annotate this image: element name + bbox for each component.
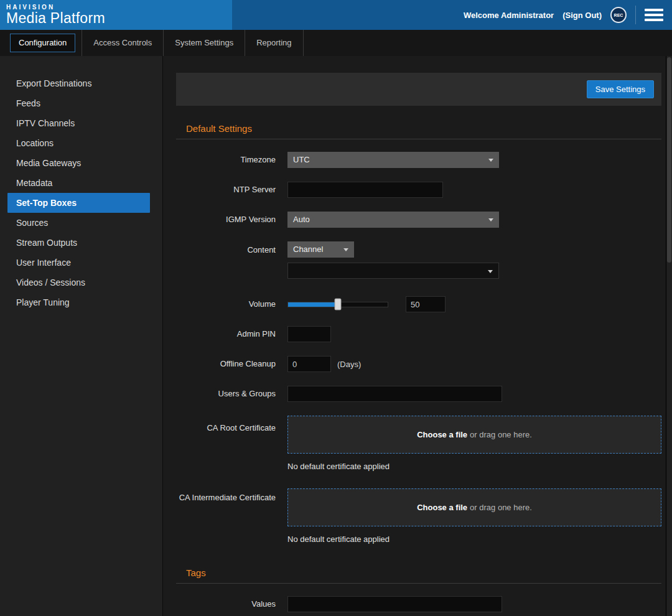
- ntp-server-label: NTP Server: [176, 185, 276, 195]
- form-row-volume: Volume: [176, 296, 661, 312]
- rec-badge: REC: [610, 7, 627, 23]
- form-row-users-groups: Users & Groups: [176, 386, 661, 402]
- header-divider: [635, 6, 636, 24]
- igmp-version-selected-value: Auto: [293, 215, 310, 224]
- scrollbar-thumb[interactable]: [667, 57, 671, 263]
- tab-system-settings[interactable]: System Settings: [164, 30, 245, 56]
- section-divider: [176, 583, 661, 584]
- tab-reporting[interactable]: Reporting: [245, 30, 303, 56]
- form-row-ca-intermediate-certificate: CA Intermediate Certificate Choose a fil…: [176, 488, 661, 544]
- sidebar-item-videos-sessions[interactable]: Videos / Sessions: [0, 273, 162, 292]
- section-divider: [176, 139, 661, 139]
- menu-icon[interactable]: [645, 8, 663, 22]
- form-row-values: Values: [176, 596, 661, 612]
- values-input[interactable]: [287, 596, 502, 612]
- offline-cleanup-label: Offline Cleanup: [176, 359, 276, 369]
- brand-area: HAIVISION Media Platform: [0, 0, 232, 30]
- main-nav: Configuration Access Controls System Set…: [0, 30, 672, 56]
- form-row-timezone: Timezone UTC: [176, 152, 661, 168]
- timezone-select[interactable]: UTC: [287, 152, 499, 168]
- ca-intermediate-certificate-status: No default certificate applied: [287, 534, 661, 544]
- ca-root-certificate-dropzone[interactable]: Choose a file or drag one here.: [287, 416, 661, 454]
- sidebar-item-stream-outputs[interactable]: Stream Outputs: [0, 233, 162, 253]
- users-groups-label: Users & Groups: [176, 389, 276, 399]
- vertical-scrollbar[interactable]: [666, 56, 672, 616]
- settings-toolbar: Save Settings: [176, 73, 661, 106]
- volume-slider-handle[interactable]: [335, 299, 342, 310]
- chevron-down-icon: [488, 270, 493, 273]
- chevron-down-icon: [488, 218, 493, 222]
- users-groups-input[interactable]: [287, 386, 502, 402]
- form-row-ca-root-certificate: CA Root Certificate Choose a file or dra…: [176, 416, 661, 471]
- ntp-server-input[interactable]: [287, 182, 443, 198]
- drag-hint-text: or drag one here.: [470, 503, 532, 512]
- sidebar-item-feeds[interactable]: Feeds: [0, 93, 162, 113]
- admin-pin-label: Admin PIN: [176, 329, 276, 339]
- ca-intermediate-certificate-controls: Choose a file or drag one here. No defau…: [287, 488, 661, 544]
- volume-value-input[interactable]: [406, 296, 446, 312]
- config-sidebar: Export Destinations Feeds IPTV Channels …: [0, 56, 163, 616]
- choose-file-link[interactable]: Choose a file: [417, 503, 467, 512]
- ca-root-certificate-controls: Choose a file or drag one here. No defau…: [287, 416, 661, 471]
- volume-label: Volume: [176, 299, 276, 309]
- sidebar-item-sources[interactable]: Sources: [0, 213, 162, 233]
- igmp-version-select[interactable]: Auto: [287, 212, 499, 228]
- sidebar-item-user-interface[interactable]: User Interface: [0, 253, 162, 273]
- volume-slider-fill: [288, 302, 338, 307]
- form-row-igmp-version: IGMP Version Auto: [176, 212, 661, 228]
- timezone-label: Timezone: [176, 155, 276, 165]
- form-row-admin-pin: Admin PIN: [176, 326, 661, 342]
- sidebar-item-set-top-boxes[interactable]: Set-Top Boxes: [7, 193, 150, 213]
- section-title-tags: Tags: [176, 567, 661, 578]
- timezone-selected-value: UTC: [293, 155, 310, 164]
- welcome-text: Welcome Administrator: [464, 11, 554, 20]
- form-row-offline-cleanup: Offline Cleanup (Days): [176, 356, 661, 372]
- ca-intermediate-certificate-label: CA Intermediate Certificate: [176, 488, 276, 503]
- page-body: Export Destinations Feeds IPTV Channels …: [0, 56, 672, 616]
- sidebar-item-iptv-channels[interactable]: IPTV Channels: [0, 113, 162, 133]
- sidebar-item-metadata[interactable]: Metadata: [0, 173, 162, 193]
- content-channel-select[interactable]: [287, 263, 499, 279]
- admin-pin-input[interactable]: [287, 326, 331, 342]
- content-type-selected-value: Channel: [293, 245, 323, 254]
- sign-out-link[interactable]: (Sign Out): [562, 11, 602, 20]
- drag-hint-text: or drag one here.: [470, 430, 532, 439]
- ca-root-certificate-label: CA Root Certificate: [176, 416, 276, 433]
- choose-file-link[interactable]: Choose a file: [417, 430, 467, 439]
- brand-logo: HAIVISION Media Platform: [6, 4, 105, 27]
- default-settings-form: Timezone UTC NTP Server IGMP Version Aut…: [176, 152, 661, 544]
- content-type-select[interactable]: Channel: [287, 241, 354, 258]
- sidebar-item-player-tuning[interactable]: Player Tuning: [0, 292, 162, 312]
- save-settings-button[interactable]: Save Settings: [587, 80, 654, 98]
- form-row-ntp-server: NTP Server: [176, 182, 661, 198]
- content-label: Content: [176, 241, 276, 255]
- values-label: Values: [176, 599, 276, 609]
- ca-root-certificate-status: No default certificate applied: [287, 462, 661, 471]
- chevron-down-icon: [488, 159, 493, 162]
- igmp-version-label: IGMP Version: [176, 215, 276, 225]
- content-controls: Channel: [287, 241, 499, 279]
- offline-cleanup-input[interactable]: [287, 356, 331, 372]
- form-row-content: Content Channel: [176, 241, 661, 279]
- sidebar-item-export-destinations[interactable]: Export Destinations: [0, 73, 162, 93]
- tab-access-controls[interactable]: Access Controls: [82, 30, 164, 56]
- volume-slider[interactable]: [287, 302, 388, 307]
- app-header: HAIVISION Media Platform Welcome Adminis…: [0, 0, 672, 30]
- settings-panel: Save Settings Default Settings Timezone …: [163, 56, 672, 616]
- section-title-default-settings: Default Settings: [176, 123, 661, 134]
- rec-badge-label: REC: [614, 13, 623, 17]
- chevron-down-icon: [343, 248, 348, 251]
- ca-intermediate-certificate-dropzone[interactable]: Choose a file or drag one here.: [287, 488, 661, 526]
- tab-configuration[interactable]: Configuration: [10, 34, 75, 52]
- tags-form: Values: [176, 596, 661, 612]
- header-actions: Welcome Administrator (Sign Out) REC: [464, 6, 672, 24]
- sidebar-item-media-gateways[interactable]: Media Gateways: [0, 153, 162, 173]
- offline-cleanup-unit: (Days): [337, 360, 361, 369]
- sidebar-item-locations[interactable]: Locations: [0, 133, 162, 153]
- brand-media-platform: Media Platform: [6, 10, 105, 27]
